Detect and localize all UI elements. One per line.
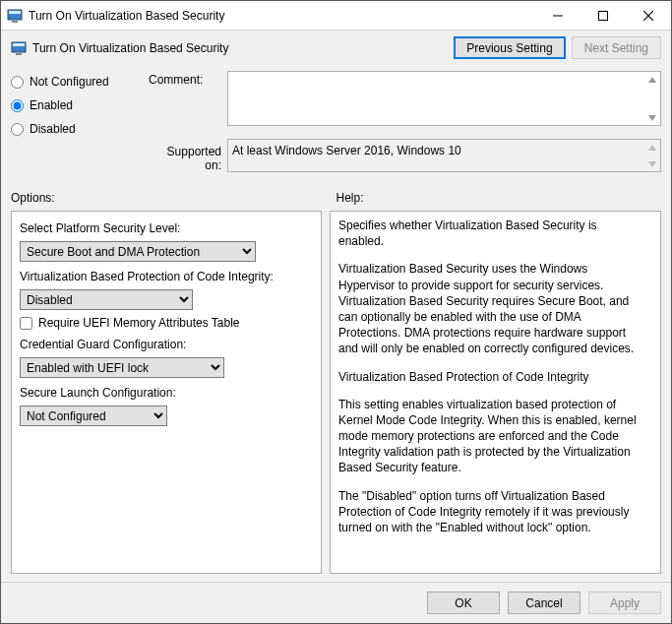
policy-icon — [11, 40, 27, 56]
radio-not-configured-input[interactable] — [11, 76, 24, 89]
close-button[interactable] — [626, 1, 671, 31]
comment-label: Comment: — [149, 71, 227, 129]
radio-not-configured-label: Not Configured — [30, 75, 109, 89]
policy-header: Turn On Virtualization Based Security Pr… — [1, 31, 671, 67]
supported-on-value: At least Windows Server 2016, Windows 10 — [227, 139, 661, 172]
maximize-button[interactable] — [580, 1, 626, 31]
secure-launch-select[interactable]: Not Configured — [20, 406, 167, 426]
help-heading: Help: — [336, 191, 662, 205]
help-panel: Specifies whether Virtualization Based S… — [330, 211, 661, 574]
panels: Select Platform Security Level: Secure B… — [1, 207, 671, 582]
minimize-button[interactable] — [535, 1, 580, 31]
window-title: Turn On Virtualization Based Security — [29, 9, 535, 23]
vbpci-select[interactable]: Disabled — [20, 289, 193, 310]
platform-security-label: Select Platform Security Level: — [20, 221, 313, 235]
svg-rect-4 — [599, 11, 608, 20]
help-text: Virtualization Based Protection of Code … — [338, 369, 641, 385]
next-setting-button: Next Setting — [572, 36, 661, 59]
help-text: The "Disabled" option turns off Virtuali… — [338, 488, 641, 536]
help-text: Specifies whether Virtualization Based S… — [338, 218, 641, 249]
radio-disabled-label: Disabled — [30, 122, 76, 136]
comment-textarea[interactable] — [227, 71, 661, 126]
uefi-mat-checkbox[interactable] — [20, 317, 32, 330]
svg-rect-9 — [16, 53, 22, 55]
radio-not-configured[interactable]: Not Configured — [11, 75, 149, 89]
radio-enabled-input[interactable] — [11, 99, 24, 112]
radio-disabled[interactable]: Disabled — [11, 122, 149, 136]
gpo-editor-window: Turn On Virtualization Based Security Tu… — [0, 0, 672, 624]
secure-launch-label: Secure Launch Configuration: — [20, 386, 313, 400]
uefi-mat-label: Require UEFI Memory Attributes Table — [38, 316, 240, 330]
uefi-mat-checkbox-row[interactable]: Require UEFI Memory Attributes Table — [20, 316, 313, 330]
radio-enabled[interactable]: Enabled — [11, 98, 149, 112]
apply-button: Apply — [588, 592, 661, 614]
panel-labels: Options: Help: — [1, 181, 671, 207]
credential-guard-label: Credential Guard Configuration: — [20, 338, 313, 351]
svg-rect-2 — [12, 21, 18, 23]
help-text: Virtualization Based Security uses the W… — [338, 261, 641, 356]
radio-disabled-input[interactable] — [11, 123, 24, 136]
options-heading: Options: — [11, 191, 336, 205]
content-area: Turn On Virtualization Based Security Pr… — [1, 31, 671, 623]
svg-rect-8 — [13, 43, 25, 46]
window-controls — [535, 1, 671, 31]
help-scroll[interactable]: Specifies whether Virtualization Based S… — [331, 212, 660, 573]
titlebar: Turn On Virtualization Based Security — [1, 1, 671, 31]
cancel-button[interactable]: Cancel — [508, 592, 580, 614]
svg-rect-1 — [9, 11, 21, 14]
vbpci-label: Virtualization Based Protection of Code … — [20, 270, 313, 283]
help-text: This setting enables virtualization base… — [338, 397, 641, 476]
state-radios: Not Configured Enabled Disabled — [11, 71, 149, 175]
app-icon — [7, 8, 23, 24]
supported-on-label: Supported on: — [149, 139, 227, 175]
state-block: Not Configured Enabled Disabled Comment: — [1, 67, 671, 181]
credential-guard-select[interactable]: Enabled with UEFI lock — [20, 357, 224, 378]
options-panel: Select Platform Security Level: Secure B… — [11, 211, 322, 574]
previous-setting-button[interactable]: Previous Setting — [454, 36, 565, 59]
dialog-footer: OK Cancel Apply — [1, 582, 671, 623]
policy-title: Turn On Virtualization Based Security — [32, 41, 454, 55]
radio-enabled-label: Enabled — [30, 98, 73, 112]
platform-security-select[interactable]: Secure Boot and DMA Protection — [20, 241, 256, 262]
ok-button[interactable]: OK — [427, 592, 500, 614]
